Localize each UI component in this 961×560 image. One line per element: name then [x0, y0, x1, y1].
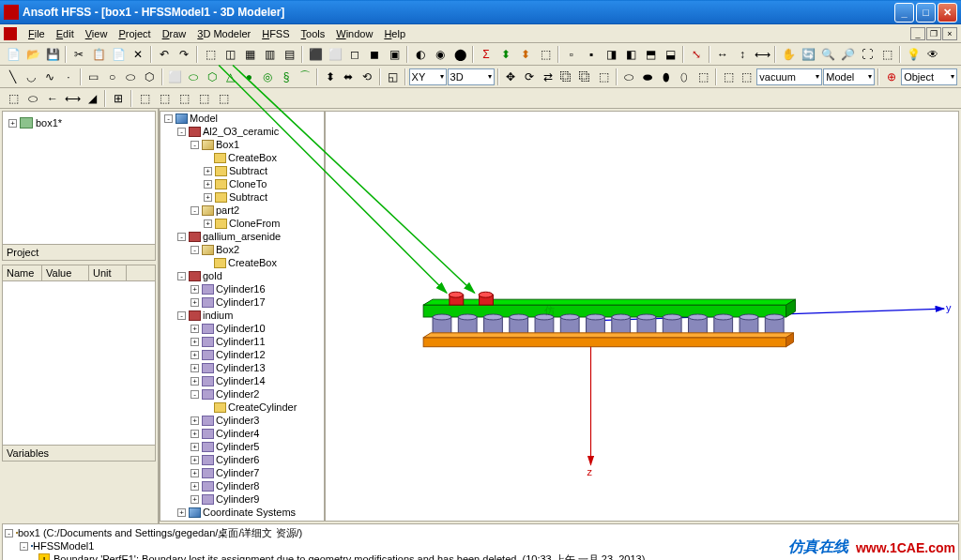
tb-axis[interactable]: ⤡ [687, 45, 706, 64]
tb-btn-18[interactable]: ◧ [621, 45, 640, 64]
tb-btn-5[interactable]: ▤ [280, 45, 298, 64]
menu-view[interactable]: View [80, 26, 114, 41]
tb-btn-13[interactable]: ⬤ [450, 45, 469, 64]
sweep3-tool[interactable]: ⟲ [358, 68, 376, 86]
grid-button[interactable]: ⊞ [109, 89, 128, 108]
model-tree[interactable]: -Model-Al2_O3_ceramic-Box1CreateBox+Subt… [160, 111, 325, 522]
sphere-tool[interactable]: ● [240, 68, 258, 86]
tree-cylinder17[interactable]: +Cylinder17 [160, 295, 324, 309]
tb-chart2[interactable]: ⬍ [516, 45, 535, 64]
poly3d-tool[interactable]: ⬡ [203, 68, 221, 86]
tb-measure-1[interactable]: ↔ [713, 45, 732, 64]
circle-tool[interactable]: ○ [103, 68, 121, 86]
tb-btn-10[interactable]: ▣ [385, 45, 404, 64]
box-tool[interactable]: ⬜ [166, 68, 184, 86]
rect-tool[interactable]: ▭ [84, 68, 102, 86]
dup2-tool[interactable]: ⿻ [576, 68, 594, 86]
tree-createcylinder[interactable]: CreateCylinder [160, 401, 324, 414]
tb-btn-7[interactable]: ⬜ [326, 45, 344, 64]
new-button[interactable]: 📄 [4, 45, 23, 64]
snap-4[interactable]: ⬚ [194, 89, 213, 108]
menu-tools[interactable]: Tools [296, 26, 331, 41]
line-tool[interactable]: ╲ [4, 68, 22, 86]
menu-help[interactable]: Help [378, 26, 411, 41]
tree-cloneto[interactable]: +CloneTo [160, 177, 324, 190]
tree-cylinder10[interactable]: +Cylinder10 [160, 322, 324, 335]
tree-clonefrom[interactable]: +CloneFrom [160, 217, 324, 230]
col-value[interactable]: Value [42, 265, 89, 280]
menu-file[interactable]: File [23, 26, 51, 41]
sweep2-tool[interactable]: ⬌ [340, 68, 358, 86]
tree-gold[interactable]: -gold [160, 269, 324, 282]
mode-dropdown[interactable]: 3D [448, 68, 495, 85]
tree-cylinder12[interactable]: +Cylinder12 [160, 348, 324, 361]
tb3-3[interactable]: ← [43, 89, 62, 108]
tree-subtract[interactable]: +Subtract [160, 164, 324, 177]
tree-cylinder16[interactable]: +Cylinder16 [160, 282, 324, 295]
minimize-button[interactable]: _ [894, 3, 914, 23]
tree-cylinder7[interactable]: +Cylinder7 [160, 466, 324, 479]
zoom-in-button[interactable]: 🔍 [818, 45, 837, 64]
menu-edit[interactable]: Edit [51, 26, 80, 41]
tb-btn-16[interactable]: ▪ [582, 45, 601, 64]
light-button[interactable]: 💡 [904, 45, 923, 64]
tb-chart[interactable]: ⬍ [496, 45, 515, 64]
col-unit[interactable]: Unit [89, 265, 127, 280]
tb-measure-2[interactable]: ↕ [733, 45, 752, 64]
tree-cylinder5[interactable]: +Cylinder5 [160, 440, 324, 453]
tb-btn-2[interactable]: ◫ [221, 45, 239, 64]
child-restore[interactable]: ❐ [926, 27, 941, 40]
render-button[interactable]: 👁 [923, 45, 942, 64]
tb3-2[interactable]: ⬭ [23, 89, 42, 108]
save-button[interactable]: 💾 [43, 45, 62, 64]
tree-cylinder14[interactable]: +Cylinder14 [160, 374, 324, 387]
cyl-tool[interactable]: ⬭ [184, 68, 202, 86]
mirror-tool[interactable]: ⇄ [539, 68, 557, 86]
tb-btn-1[interactable]: ⬚ [201, 45, 220, 64]
tb3-1[interactable]: ⬚ [4, 89, 23, 108]
3d-viewport[interactable]: y z 仿 [325, 111, 959, 522]
tree-cylinder9[interactable]: +Cylinder9 [160, 492, 324, 506]
tree-al2-o3-ceramic[interactable]: -Al2_O3_ceramic [160, 125, 324, 138]
col-name[interactable]: Name [3, 265, 42, 280]
bond-tool[interactable]: ⌒ [296, 68, 313, 86]
tree-cylinder2[interactable]: -Cylinder2 [160, 387, 324, 401]
snap-3[interactable]: ⬚ [175, 89, 193, 108]
project-tab[interactable]: Project [3, 244, 155, 260]
snap-1[interactable]: ⬚ [135, 89, 154, 108]
rotate-tool[interactable]: ⟳ [520, 68, 538, 86]
tb-measure-3[interactable]: ⟷ [753, 45, 771, 64]
variables-tab[interactable]: Variables [3, 445, 155, 461]
spline-tool[interactable]: ∿ [41, 68, 59, 86]
paste-button[interactable]: 📄 [109, 45, 128, 64]
tb-btn-20[interactable]: ⬓ [661, 45, 679, 64]
tree-cylinder3[interactable]: +Cylinder3 [160, 414, 324, 427]
menu-window[interactable]: Window [330, 26, 378, 41]
tree-cylinder8[interactable]: +Cylinder8 [160, 479, 324, 492]
open-button[interactable]: 📂 [23, 45, 42, 64]
child-minimize[interactable]: _ [910, 27, 925, 40]
zoom-sel-button[interactable]: ⬚ [877, 45, 896, 64]
tb-btn-14[interactable]: ⬚ [536, 45, 555, 64]
undo-button[interactable]: ↶ [155, 45, 174, 64]
tree-cylinder6[interactable]: +Cylinder6 [160, 453, 324, 466]
pan-button[interactable]: ✋ [779, 45, 798, 64]
tree-cylinder11[interactable]: +Cylinder11 [160, 335, 324, 348]
project-root-item[interactable]: + box1* [7, 115, 151, 130]
tb-btn-11[interactable]: ◐ [411, 45, 430, 64]
tb-sigma[interactable]: Σ [477, 45, 496, 64]
unite-tool[interactable]: ⬭ [620, 68, 638, 86]
target-icon[interactable]: ⊕ [882, 68, 900, 86]
tree-indium[interactable]: -indium [160, 309, 324, 322]
tree-createbox[interactable]: CreateBox [160, 256, 324, 269]
tb-btn-12[interactable]: ◉ [431, 45, 450, 64]
close-button[interactable]: ✕ [938, 3, 957, 23]
helix-tool[interactable]: § [278, 68, 296, 86]
snap-5[interactable]: ⬚ [214, 89, 233, 108]
offset-tool[interactable]: ⬚ [595, 68, 613, 86]
sweep-tool[interactable]: ⬍ [321, 68, 339, 86]
zoom-fit-button[interactable]: ⛶ [858, 45, 877, 64]
split-tool[interactable]: ⬯ [676, 68, 694, 86]
tb-btn-6[interactable]: ⬛ [306, 45, 325, 64]
tree-cylinder4[interactable]: +Cylinder4 [160, 427, 324, 440]
